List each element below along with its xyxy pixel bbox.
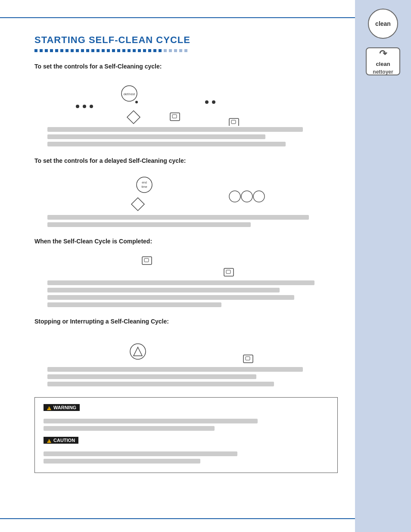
svg-rect-9 — [170, 113, 180, 121]
dotted-divider — [34, 49, 338, 52]
dot — [91, 49, 94, 52]
dot — [97, 49, 100, 52]
svg-rect-10 — [172, 115, 177, 118]
dot — [117, 49, 120, 52]
content-lines-3 — [47, 280, 338, 307]
svg-point-7 — [212, 100, 215, 104]
stopping-heading: Stopping or Interrupting a Self-Cleaning… — [34, 318, 338, 325]
clean-rect-label1: clean — [376, 60, 390, 68]
section-completed: When the Self-Clean Cycle is Completed: — [34, 238, 338, 307]
svg-text:end: end — [142, 181, 147, 184]
dot — [76, 49, 79, 52]
svg-point-4 — [83, 105, 86, 108]
page-title: STARTING SELF-CLEAN CYCLE — [34, 34, 338, 46]
dot — [45, 49, 48, 52]
svg-point-2 — [135, 101, 138, 103]
svg-rect-21 — [144, 258, 149, 262]
top-border — [0, 17, 355, 18]
dot-light — [174, 49, 177, 52]
svg-marker-19 — [131, 198, 144, 211]
diagram-svg-2: end time — [43, 173, 293, 214]
clean-rect-label2: nettoyer — [373, 68, 393, 76]
dot — [55, 49, 58, 52]
svg-rect-26 — [243, 355, 253, 363]
svg-point-17 — [241, 191, 252, 202]
svg-rect-20 — [142, 257, 152, 264]
diagram-area-4 — [34, 333, 338, 386]
dot — [71, 49, 74, 52]
dot — [40, 49, 43, 52]
dot — [138, 49, 141, 52]
curved-arrow-icon: ↷ — [379, 47, 387, 61]
dot-light — [164, 49, 167, 52]
svg-rect-27 — [246, 357, 250, 360]
dot — [34, 49, 37, 52]
dot — [133, 49, 136, 52]
section-delayed: To set the controls for a delayed Self-C… — [34, 157, 338, 227]
dot — [128, 49, 131, 52]
svg-point-13 — [137, 177, 152, 193]
diagram-area-3 — [34, 253, 338, 307]
clean-circle-button[interactable]: clean — [368, 9, 398, 39]
bottom-border — [0, 518, 355, 519]
svg-rect-11 — [229, 118, 239, 126]
content-lines-2 — [47, 215, 338, 227]
dot — [153, 49, 156, 52]
svg-point-24 — [130, 344, 146, 359]
content-lines-4 — [47, 367, 338, 386]
notice-box: ! WARNING ! CAUTION — [34, 397, 338, 473]
dot — [112, 49, 115, 52]
svg-point-6 — [205, 100, 209, 104]
dot — [60, 49, 63, 52]
diagram-area-2: end time — [34, 173, 338, 227]
diagram-area-1: def/rest — [34, 78, 338, 146]
caution-triangle-icon: ! — [47, 439, 51, 443]
warning-badge: ! WARNING — [44, 404, 80, 411]
svg-point-18 — [253, 191, 265, 202]
dot — [148, 49, 151, 52]
svg-rect-23 — [226, 270, 230, 274]
dot — [65, 49, 68, 52]
main-content: STARTING SELF-CLEAN CYCLE — [0, 0, 355, 532]
right-sidebar: clean ↷ clean nettoyer — [355, 0, 411, 532]
dot — [50, 49, 53, 52]
caution-label: CAUTION — [53, 438, 75, 443]
warning-row: ! WARNING — [44, 404, 329, 431]
dot-light — [184, 49, 187, 52]
set-controls-heading: To set the controls for a Self-Cleaning … — [34, 63, 338, 70]
svg-point-3 — [76, 105, 79, 108]
dot — [159, 49, 162, 52]
clean-circle-label: clean — [375, 20, 391, 27]
section-stopping: Stopping or Interrupting a Self-Cleaning… — [34, 318, 338, 386]
clean-rect-button[interactable]: ↷ clean nettoyer — [366, 47, 400, 75]
completed-heading: When the Self-Clean Cycle is Completed: — [34, 238, 338, 245]
diagram-svg-3 — [43, 253, 293, 279]
caution-badge: ! CAUTION — [44, 437, 78, 444]
svg-text:time: time — [141, 185, 147, 188]
dot — [143, 49, 146, 52]
dot — [102, 49, 105, 52]
svg-marker-8 — [127, 111, 140, 124]
dot — [107, 49, 110, 52]
svg-point-16 — [229, 191, 240, 202]
svg-rect-12 — [231, 120, 236, 124]
content-lines-1 — [47, 127, 338, 146]
dot-light — [179, 49, 182, 52]
diagram-svg-4 — [43, 333, 293, 366]
svg-rect-22 — [224, 268, 234, 276]
warning-label: WARNING — [53, 405, 76, 410]
warning-triangle-icon: ! — [47, 406, 51, 410]
delayed-heading: To set the controls for a delayed Self-C… — [34, 157, 338, 164]
dot — [81, 49, 84, 52]
svg-text:def/rest: def/rest — [124, 92, 135, 96]
page-wrapper: STARTING SELF-CLEAN CYCLE — [0, 0, 411, 532]
dot — [122, 49, 125, 52]
section-set-controls: To set the controls for a Self-Cleaning … — [34, 63, 338, 146]
caution-row: ! CAUTION — [44, 437, 329, 464]
dot-light — [169, 49, 172, 52]
svg-point-5 — [90, 105, 93, 108]
svg-marker-25 — [134, 347, 142, 356]
diagram-svg-1: def/rest — [43, 78, 293, 126]
dot — [86, 49, 89, 52]
